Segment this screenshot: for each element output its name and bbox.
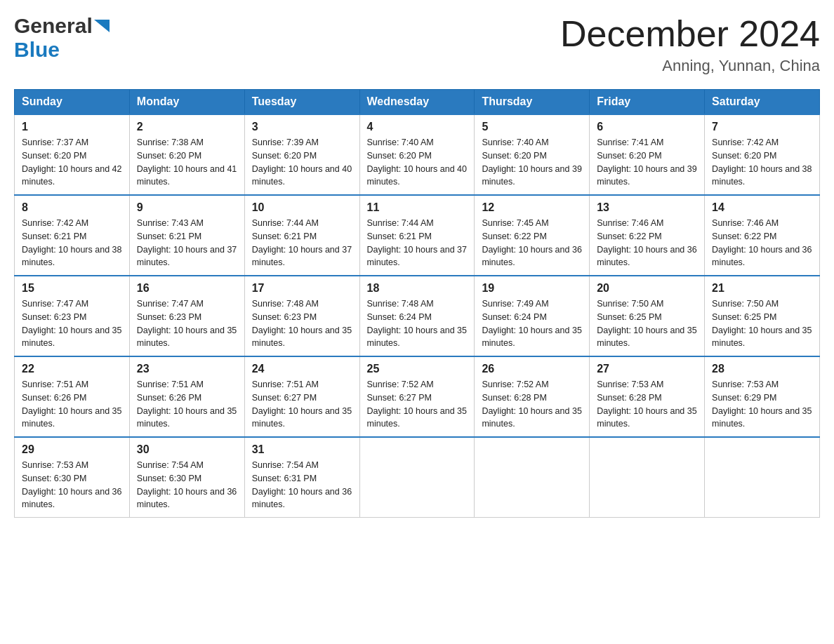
title-block: December 2024 Anning, Yunnan, China: [560, 14, 820, 75]
day-info: Sunrise: 7:42 AMSunset: 6:20 PMDaylight:…: [712, 136, 812, 189]
day-number: 28: [712, 363, 812, 375]
calendar-cell: 12Sunrise: 7:45 AMSunset: 6:22 PMDayligh…: [475, 195, 590, 276]
weekday-header-wednesday: Wednesday: [359, 90, 475, 115]
day-info: Sunrise: 7:46 AMSunset: 6:22 PMDaylight:…: [712, 217, 812, 269]
calendar-cell: 30Sunrise: 7:54 AMSunset: 6:30 PMDayligh…: [129, 437, 244, 518]
day-info: Sunrise: 7:51 AMSunset: 6:26 PMDaylight:…: [22, 378, 122, 431]
day-number: 17: [252, 282, 352, 295]
weekday-header-monday: Monday: [129, 90, 244, 115]
day-info: Sunrise: 7:50 AMSunset: 6:25 PMDaylight:…: [712, 297, 812, 350]
day-info: Sunrise: 7:52 AMSunset: 6:28 PMDaylight:…: [482, 378, 582, 431]
day-info: Sunrise: 7:44 AMSunset: 6:21 PMDaylight:…: [367, 217, 468, 269]
calendar-cell: 7Sunrise: 7:42 AMSunset: 6:20 PMDaylight…: [705, 114, 820, 195]
calendar-week-row: 1Sunrise: 7:37 AMSunset: 6:20 PMDaylight…: [15, 114, 820, 195]
logo: General Blue: [14, 14, 110, 62]
day-number: 18: [367, 282, 468, 295]
day-number: 20: [597, 282, 697, 295]
weekday-header-thursday: Thursday: [475, 90, 590, 115]
day-number: 10: [252, 201, 352, 214]
calendar-cell: 2Sunrise: 7:38 AMSunset: 6:20 PMDaylight…: [129, 114, 244, 195]
weekday-header-tuesday: Tuesday: [244, 90, 359, 115]
day-info: Sunrise: 7:48 AMSunset: 6:23 PMDaylight:…: [252, 297, 352, 350]
calendar-cell: 13Sunrise: 7:46 AMSunset: 6:22 PMDayligh…: [590, 195, 705, 276]
day-number: 16: [137, 282, 237, 295]
day-number: 27: [597, 363, 697, 375]
day-info: Sunrise: 7:52 AMSunset: 6:27 PMDaylight:…: [367, 378, 468, 431]
day-number: 13: [597, 201, 697, 214]
logo-general-line: General: [14, 14, 110, 38]
day-info: Sunrise: 7:40 AMSunset: 6:20 PMDaylight:…: [482, 136, 582, 189]
calendar-cell: 20Sunrise: 7:50 AMSunset: 6:25 PMDayligh…: [590, 276, 705, 356]
day-info: Sunrise: 7:54 AMSunset: 6:30 PMDaylight:…: [137, 459, 237, 511]
logo-blue-text: Blue: [14, 38, 60, 61]
calendar-cell: 31Sunrise: 7:54 AMSunset: 6:31 PMDayligh…: [244, 437, 359, 518]
calendar-cell: 29Sunrise: 7:53 AMSunset: 6:30 PMDayligh…: [15, 437, 130, 518]
day-info: Sunrise: 7:53 AMSunset: 6:28 PMDaylight:…: [597, 378, 697, 431]
day-number: 2: [137, 121, 237, 133]
day-info: Sunrise: 7:41 AMSunset: 6:20 PMDaylight:…: [597, 136, 697, 189]
location-text: Anning, Yunnan, China: [560, 57, 820, 75]
day-info: Sunrise: 7:40 AMSunset: 6:20 PMDaylight:…: [367, 136, 468, 189]
day-number: 7: [712, 121, 812, 133]
calendar-cell: 18Sunrise: 7:48 AMSunset: 6:24 PMDayligh…: [359, 276, 475, 356]
svg-marker-0: [94, 20, 110, 32]
calendar-cell: 4Sunrise: 7:40 AMSunset: 6:20 PMDaylight…: [359, 114, 475, 195]
calendar-cell: 28Sunrise: 7:53 AMSunset: 6:29 PMDayligh…: [705, 356, 820, 437]
day-number: 30: [137, 443, 237, 456]
calendar-cell: 1Sunrise: 7:37 AMSunset: 6:20 PMDaylight…: [15, 114, 130, 195]
calendar-cell: 5Sunrise: 7:40 AMSunset: 6:20 PMDaylight…: [475, 114, 590, 195]
calendar-cell: [705, 437, 820, 518]
page-header: General Blue December 2024 Anning, Yunna…: [14, 14, 820, 75]
calendar-week-row: 22Sunrise: 7:51 AMSunset: 6:26 PMDayligh…: [15, 356, 820, 437]
day-info: Sunrise: 7:39 AMSunset: 6:20 PMDaylight:…: [252, 136, 352, 189]
calendar-cell: 6Sunrise: 7:41 AMSunset: 6:20 PMDaylight…: [590, 114, 705, 195]
calendar-cell: [359, 437, 475, 518]
day-number: 9: [137, 201, 237, 214]
logo-blue-line: Blue: [14, 38, 60, 62]
calendar-cell: 26Sunrise: 7:52 AMSunset: 6:28 PMDayligh…: [475, 356, 590, 437]
day-number: 26: [482, 363, 582, 375]
calendar-cell: 25Sunrise: 7:52 AMSunset: 6:27 PMDayligh…: [359, 356, 475, 437]
day-number: 22: [22, 363, 122, 375]
day-info: Sunrise: 7:42 AMSunset: 6:21 PMDaylight:…: [22, 217, 122, 269]
calendar-cell: 22Sunrise: 7:51 AMSunset: 6:26 PMDayligh…: [15, 356, 130, 437]
calendar-cell: 9Sunrise: 7:43 AMSunset: 6:21 PMDaylight…: [129, 195, 244, 276]
day-number: 4: [367, 121, 468, 133]
day-info: Sunrise: 7:38 AMSunset: 6:20 PMDaylight:…: [137, 136, 237, 189]
day-info: Sunrise: 7:46 AMSunset: 6:22 PMDaylight:…: [597, 217, 697, 269]
day-info: Sunrise: 7:45 AMSunset: 6:22 PMDaylight:…: [482, 217, 582, 269]
day-info: Sunrise: 7:43 AMSunset: 6:21 PMDaylight:…: [137, 217, 237, 269]
calendar-cell: 14Sunrise: 7:46 AMSunset: 6:22 PMDayligh…: [705, 195, 820, 276]
day-info: Sunrise: 7:49 AMSunset: 6:24 PMDaylight:…: [482, 297, 582, 350]
day-number: 31: [252, 443, 352, 456]
calendar-cell: [590, 437, 705, 518]
calendar-cell: 24Sunrise: 7:51 AMSunset: 6:27 PMDayligh…: [244, 356, 359, 437]
day-info: Sunrise: 7:53 AMSunset: 6:29 PMDaylight:…: [712, 378, 812, 431]
day-info: Sunrise: 7:37 AMSunset: 6:20 PMDaylight:…: [22, 136, 122, 189]
calendar-week-row: 15Sunrise: 7:47 AMSunset: 6:23 PMDayligh…: [15, 276, 820, 356]
calendar-header: SundayMondayTuesdayWednesdayThursdayFrid…: [15, 90, 820, 115]
day-info: Sunrise: 7:48 AMSunset: 6:24 PMDaylight:…: [367, 297, 468, 350]
month-year-heading: December 2024: [560, 14, 820, 54]
weekday-header-saturday: Saturday: [705, 90, 820, 115]
calendar-cell: 15Sunrise: 7:47 AMSunset: 6:23 PMDayligh…: [15, 276, 130, 356]
day-number: 3: [252, 121, 352, 133]
day-info: Sunrise: 7:50 AMSunset: 6:25 PMDaylight:…: [597, 297, 697, 350]
calendar-cell: 19Sunrise: 7:49 AMSunset: 6:24 PMDayligh…: [475, 276, 590, 356]
logo-general-text: General: [14, 14, 93, 38]
day-number: 8: [22, 201, 122, 214]
day-number: 1: [22, 121, 122, 133]
calendar-body: 1Sunrise: 7:37 AMSunset: 6:20 PMDaylight…: [15, 114, 820, 518]
day-number: 25: [367, 363, 468, 375]
day-number: 12: [482, 201, 582, 214]
calendar-cell: 16Sunrise: 7:47 AMSunset: 6:23 PMDayligh…: [129, 276, 244, 356]
day-info: Sunrise: 7:51 AMSunset: 6:27 PMDaylight:…: [252, 378, 352, 431]
calendar-week-row: 29Sunrise: 7:53 AMSunset: 6:30 PMDayligh…: [15, 437, 820, 518]
calendar-cell: 17Sunrise: 7:48 AMSunset: 6:23 PMDayligh…: [244, 276, 359, 356]
day-info: Sunrise: 7:44 AMSunset: 6:21 PMDaylight:…: [252, 217, 352, 269]
calendar-cell: 21Sunrise: 7:50 AMSunset: 6:25 PMDayligh…: [705, 276, 820, 356]
calendar-cell: 11Sunrise: 7:44 AMSunset: 6:21 PMDayligh…: [359, 195, 475, 276]
calendar-week-row: 8Sunrise: 7:42 AMSunset: 6:21 PMDaylight…: [15, 195, 820, 276]
weekday-header-sunday: Sunday: [15, 90, 130, 115]
calendar-cell: 10Sunrise: 7:44 AMSunset: 6:21 PMDayligh…: [244, 195, 359, 276]
